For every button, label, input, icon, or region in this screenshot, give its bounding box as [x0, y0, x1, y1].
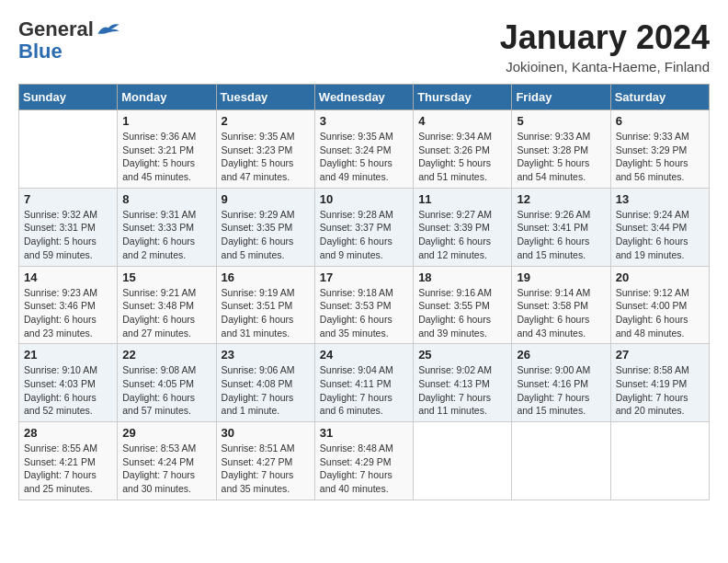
day-cell: 9Sunrise: 9:29 AMSunset: 3:35 PMDaylight…	[216, 188, 314, 266]
day-cell: 7Sunrise: 9:32 AMSunset: 3:31 PMDaylight…	[19, 188, 118, 266]
page-header: General Blue January 2024 Jokioinen, Kan…	[18, 18, 710, 75]
day-info: Sunrise: 9:21 AMSunset: 3:48 PMDaylight:…	[122, 286, 210, 340]
day-info: Sunrise: 9:33 AMSunset: 3:28 PMDaylight:…	[517, 130, 605, 184]
day-info: Sunrise: 9:04 AMSunset: 4:11 PMDaylight:…	[320, 363, 408, 418]
logo: General Blue	[18, 18, 121, 63]
day-info: Sunrise: 9:28 AMSunset: 3:37 PMDaylight:…	[320, 208, 408, 262]
weekday-header-sunday: Sunday	[19, 85, 118, 110]
day-number: 5	[517, 114, 605, 128]
day-number: 9	[222, 192, 310, 206]
day-number: 27	[616, 348, 704, 362]
logo-blue-text: Blue	[18, 40, 121, 63]
day-info: Sunrise: 9:24 AMSunset: 3:44 PMDaylight:…	[616, 208, 704, 262]
day-number: 3	[320, 114, 408, 128]
calendar-header: SundayMondayTuesdayWednesdayThursdayFrid…	[19, 85, 710, 110]
day-info: Sunrise: 9:16 AMSunset: 3:55 PMDaylight:…	[418, 286, 506, 340]
week-row-1: 1Sunrise: 9:36 AMSunset: 3:21 PMDaylight…	[19, 110, 710, 189]
day-info: Sunrise: 9:23 AMSunset: 3:46 PMDaylight:…	[24, 286, 112, 340]
weekday-header-friday: Friday	[512, 85, 610, 110]
days-of-week-row: SundayMondayTuesdayWednesdayThursdayFrid…	[19, 85, 710, 110]
day-info: Sunrise: 9:31 AMSunset: 3:33 PMDaylight:…	[122, 208, 210, 262]
month-title: January 2024	[500, 18, 710, 57]
day-cell: 12Sunrise: 9:26 AMSunset: 3:41 PMDayligh…	[512, 188, 610, 266]
day-number: 2	[222, 114, 310, 128]
location-subtitle: Jokioinen, Kanta-Haeme, Finland	[500, 59, 710, 75]
day-cell: 16Sunrise: 9:19 AMSunset: 3:51 PMDayligh…	[216, 266, 314, 344]
day-cell: 26Sunrise: 9:00 AMSunset: 4:16 PMDayligh…	[512, 344, 610, 422]
day-cell: 8Sunrise: 9:31 AMSunset: 3:33 PMDaylight…	[118, 188, 216, 266]
day-cell: 13Sunrise: 9:24 AMSunset: 3:44 PMDayligh…	[610, 188, 709, 266]
logo-bird-icon	[96, 21, 121, 38]
day-number: 20	[616, 270, 704, 284]
day-info: Sunrise: 9:36 AMSunset: 3:21 PMDaylight:…	[122, 130, 210, 184]
weekday-header-thursday: Thursday	[414, 85, 512, 110]
day-cell: 17Sunrise: 9:18 AMSunset: 3:53 PMDayligh…	[314, 266, 413, 344]
day-number: 17	[320, 270, 408, 284]
calendar-table: SundayMondayTuesdayWednesdayThursdayFrid…	[18, 84, 710, 500]
day-number: 30	[222, 426, 310, 440]
week-row-3: 14Sunrise: 9:23 AMSunset: 3:46 PMDayligh…	[19, 266, 710, 344]
day-info: Sunrise: 8:58 AMSunset: 4:19 PMDaylight:…	[616, 363, 704, 418]
day-number: 29	[122, 426, 210, 440]
day-cell: 24Sunrise: 9:04 AMSunset: 4:11 PMDayligh…	[314, 344, 413, 422]
day-cell: 27Sunrise: 8:58 AMSunset: 4:19 PMDayligh…	[610, 344, 709, 422]
week-row-2: 7Sunrise: 9:32 AMSunset: 3:31 PMDaylight…	[19, 188, 710, 266]
day-number: 23	[222, 348, 310, 362]
day-info: Sunrise: 9:33 AMSunset: 3:29 PMDaylight:…	[616, 130, 704, 184]
day-number: 13	[616, 192, 704, 206]
day-number: 4	[418, 114, 506, 128]
day-number: 14	[24, 270, 112, 284]
weekday-header-wednesday: Wednesday	[314, 85, 413, 110]
day-cell	[19, 110, 118, 189]
day-number: 31	[320, 426, 408, 440]
day-info: Sunrise: 9:00 AMSunset: 4:16 PMDaylight:…	[517, 363, 605, 418]
day-info: Sunrise: 9:26 AMSunset: 3:41 PMDaylight:…	[517, 208, 605, 262]
day-number: 21	[24, 348, 112, 362]
day-info: Sunrise: 8:55 AMSunset: 4:21 PMDaylight:…	[24, 442, 112, 496]
day-info: Sunrise: 9:12 AMSunset: 4:00 PMDaylight:…	[616, 286, 704, 340]
weekday-header-monday: Monday	[118, 85, 216, 110]
day-info: Sunrise: 9:35 AMSunset: 3:24 PMDaylight:…	[320, 130, 408, 184]
day-cell	[414, 422, 512, 500]
day-cell: 14Sunrise: 9:23 AMSunset: 3:46 PMDayligh…	[19, 266, 118, 344]
day-info: Sunrise: 8:51 AMSunset: 4:27 PMDaylight:…	[222, 442, 310, 496]
day-number: 24	[320, 348, 408, 362]
day-cell: 30Sunrise: 8:51 AMSunset: 4:27 PMDayligh…	[216, 422, 314, 500]
day-info: Sunrise: 9:27 AMSunset: 3:39 PMDaylight:…	[418, 208, 506, 262]
day-cell: 28Sunrise: 8:55 AMSunset: 4:21 PMDayligh…	[19, 422, 118, 500]
day-number: 18	[418, 270, 506, 284]
day-number: 7	[24, 192, 112, 206]
day-cell: 31Sunrise: 8:48 AMSunset: 4:29 PMDayligh…	[314, 422, 413, 500]
day-cell: 6Sunrise: 9:33 AMSunset: 3:29 PMDaylight…	[610, 110, 709, 189]
day-info: Sunrise: 8:53 AMSunset: 4:24 PMDaylight:…	[122, 442, 210, 496]
week-row-4: 21Sunrise: 9:10 AMSunset: 4:03 PMDayligh…	[19, 344, 710, 422]
day-cell: 23Sunrise: 9:06 AMSunset: 4:08 PMDayligh…	[216, 344, 314, 422]
day-info: Sunrise: 9:18 AMSunset: 3:53 PMDaylight:…	[320, 286, 408, 340]
day-cell: 4Sunrise: 9:34 AMSunset: 3:26 PMDaylight…	[414, 110, 512, 189]
day-cell	[512, 422, 610, 500]
logo-general-text: General	[18, 18, 94, 40]
day-info: Sunrise: 9:19 AMSunset: 3:51 PMDaylight:…	[222, 286, 310, 340]
day-number: 22	[122, 348, 210, 362]
day-cell: 22Sunrise: 9:08 AMSunset: 4:05 PMDayligh…	[118, 344, 216, 422]
day-number: 28	[24, 426, 112, 440]
day-info: Sunrise: 9:14 AMSunset: 3:58 PMDaylight:…	[517, 286, 605, 340]
weekday-header-saturday: Saturday	[610, 85, 709, 110]
day-info: Sunrise: 9:02 AMSunset: 4:13 PMDaylight:…	[418, 363, 506, 418]
day-cell: 2Sunrise: 9:35 AMSunset: 3:23 PMDaylight…	[216, 110, 314, 189]
day-number: 8	[122, 192, 210, 206]
day-cell: 15Sunrise: 9:21 AMSunset: 3:48 PMDayligh…	[118, 266, 216, 344]
day-number: 19	[517, 270, 605, 284]
weekday-header-tuesday: Tuesday	[216, 85, 314, 110]
day-cell: 25Sunrise: 9:02 AMSunset: 4:13 PMDayligh…	[414, 344, 512, 422]
day-cell: 10Sunrise: 9:28 AMSunset: 3:37 PMDayligh…	[314, 188, 413, 266]
day-number: 1	[122, 114, 210, 128]
title-block: January 2024 Jokioinen, Kanta-Haeme, Fin…	[500, 18, 710, 75]
day-number: 11	[418, 192, 506, 206]
day-cell: 5Sunrise: 9:33 AMSunset: 3:28 PMDaylight…	[512, 110, 610, 189]
day-cell: 18Sunrise: 9:16 AMSunset: 3:55 PMDayligh…	[414, 266, 512, 344]
day-cell: 21Sunrise: 9:10 AMSunset: 4:03 PMDayligh…	[19, 344, 118, 422]
day-number: 10	[320, 192, 408, 206]
day-info: Sunrise: 9:10 AMSunset: 4:03 PMDaylight:…	[24, 363, 112, 418]
day-info: Sunrise: 9:29 AMSunset: 3:35 PMDaylight:…	[222, 208, 310, 262]
